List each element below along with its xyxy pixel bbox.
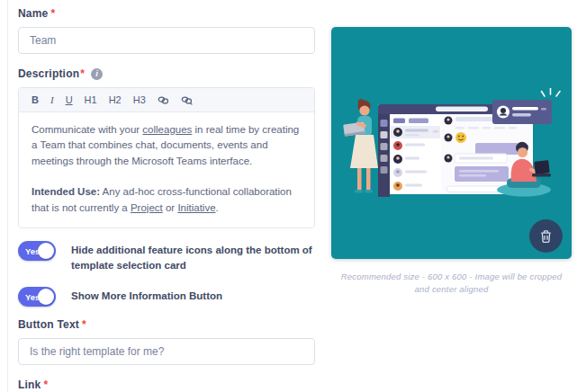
- underline-button[interactable]: U: [66, 95, 73, 105]
- info-icon[interactable]: i: [91, 68, 103, 80]
- unlink-icon[interactable]: [181, 95, 193, 105]
- heading3-button[interactable]: H3: [133, 95, 146, 105]
- required-asterisk: *: [82, 318, 86, 331]
- hide-feature-icons-toggle[interactable]: Yes: [18, 241, 56, 261]
- italic-button[interactable]: I: [50, 95, 54, 105]
- show-more-info-label: Show More Information Button: [71, 287, 222, 304]
- show-more-info-toggle-row: Yes Show More Information Button: [18, 287, 315, 307]
- button-text-input[interactable]: [18, 338, 315, 365]
- initiative-link[interactable]: Initiative: [177, 202, 215, 213]
- hide-feature-icons-label: Hide additional feature icons along the …: [71, 241, 315, 272]
- description-text: .: [216, 202, 219, 213]
- description-label-text: Description: [18, 67, 79, 80]
- required-asterisk: *: [50, 7, 55, 20]
- show-more-info-toggle[interactable]: Yes: [18, 287, 56, 307]
- delete-image-button[interactable]: [529, 219, 563, 253]
- hide-feature-icons-toggle-row: Yes Hide additional feature icons along …: [18, 241, 315, 272]
- intended-use-label: Intended Use:: [32, 186, 100, 197]
- button-text-label-text: Button Text: [18, 318, 79, 331]
- toggle-knob: [38, 243, 54, 259]
- heading2-button[interactable]: H2: [109, 95, 122, 105]
- link-icon[interactable]: [158, 95, 169, 105]
- description-paragraph-2: Intended Use: Any ad-hoc cross-functiona…: [32, 184, 302, 216]
- image-size-caption: Recommended size - 600 x 600 - Image wil…: [331, 271, 572, 297]
- name-field-label: Name *: [18, 7, 315, 20]
- name-label-text: Name: [18, 7, 48, 20]
- template-settings-page: Name * Description * i B I U H1 H2 H3: [0, 0, 577, 392]
- description-text: or: [163, 202, 178, 213]
- heading1-button[interactable]: H1: [85, 95, 97, 105]
- name-input[interactable]: [18, 27, 315, 54]
- button-text-field-label: Button Text *: [18, 318, 315, 331]
- required-asterisk: *: [43, 379, 48, 391]
- link-label-text: Link: [18, 379, 41, 391]
- panel-divider: [7, 0, 8, 392]
- link-field-label: Link *: [18, 379, 315, 391]
- template-image-panel: Recommended size - 600 x 600 - Image wil…: [331, 27, 572, 297]
- toggle-knob: [38, 289, 54, 305]
- project-link[interactable]: Project: [131, 202, 163, 213]
- description-field-label: Description * i: [18, 67, 315, 80]
- required-asterisk: *: [80, 67, 85, 80]
- description-text: Communicate with your: [32, 124, 142, 135]
- description-rich-text-editor: B I U H1 H2 H3: [18, 87, 315, 228]
- colleagues-link[interactable]: colleagues: [142, 124, 192, 135]
- template-image-preview: [331, 27, 572, 259]
- template-form: Name * Description * i B I U H1 H2 H3: [18, 7, 315, 392]
- description-editor-body[interactable]: Communicate with your colleagues in real…: [19, 112, 314, 227]
- editor-toolbar: B I U H1 H2 H3: [19, 88, 314, 112]
- bold-button[interactable]: B: [32, 95, 39, 105]
- trash-icon: [539, 229, 553, 244]
- description-paragraph-1: Communicate with your colleagues in real…: [32, 122, 302, 169]
